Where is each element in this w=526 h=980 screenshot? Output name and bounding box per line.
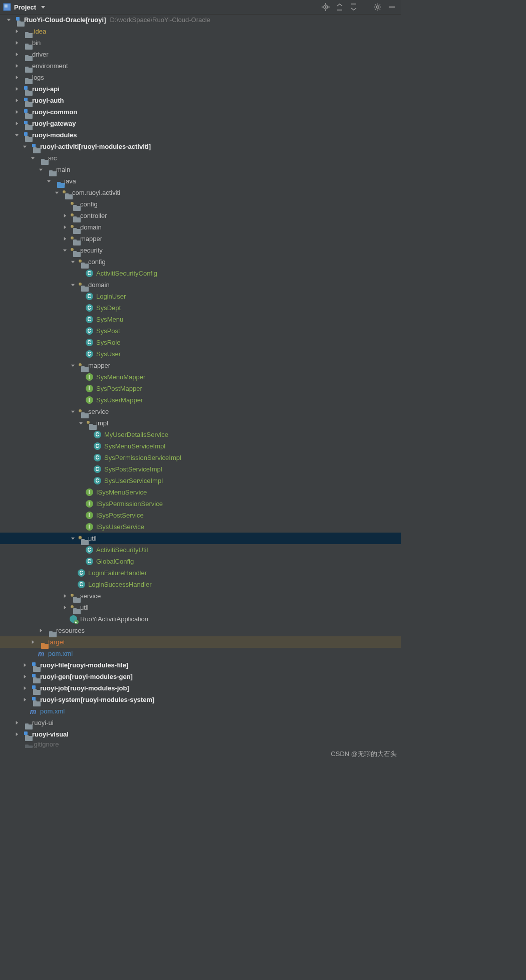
chevron-right-icon[interactable] [13,51,20,58]
tree-row[interactable]: target [0,636,401,648]
tree-row[interactable]: resources [0,625,401,636]
tree-row[interactable]: ISysMenuMapper [0,371,401,383]
chevron-right-icon[interactable] [13,40,20,47]
tree-row[interactable]: CSysDept [0,302,401,314]
tree-row[interactable]: ISysUserMapper [0,394,401,406]
tree-row[interactable]: CSysPost [0,325,401,337]
chevron-down-icon[interactable] [77,420,84,427]
chevron-right-icon[interactable] [61,235,68,242]
tree-row[interactable]: util [0,533,401,544]
chevron-down-icon[interactable] [69,362,76,369]
tree-row[interactable]: security [0,244,401,256]
tree-row[interactable]: service [0,406,401,417]
tree-row[interactable]: mpom.xml [0,648,401,659]
tree-row[interactable]: driver [0,49,401,60]
tree-row[interactable]: ruoyi-system [ruoyi-modules-system] [0,694,401,705]
tree-row[interactable]: .gitignore [0,740,401,748]
chevron-down-icon[interactable] [5,17,12,24]
tree-row[interactable]: CMyUserDetailsService [0,429,401,440]
tree-row[interactable]: environment [0,60,401,72]
tree-row[interactable]: ruoyi-activiti [ruoyi-modules-activiti] [0,141,401,152]
tree-row[interactable]: CGlobalConfig [0,556,401,567]
tree-row[interactable]: ruoyi-auth [0,95,401,106]
chevron-right-icon[interactable] [13,120,20,127]
tree-row[interactable]: logs [0,72,401,83]
tree-row[interactable]: bin [0,37,401,49]
tree-row[interactable]: config [0,256,401,268]
tree-row[interactable]: RuoYiActivitiApplication [0,613,401,625]
tree-row[interactable]: domain [0,279,401,291]
tree-row[interactable]: ruoyi-ui [0,717,401,728]
chevron-down-icon[interactable] [53,189,60,196]
chevron-right-icon[interactable] [13,719,20,726]
tree-row[interactable]: CLoginFailureHandler [0,567,401,579]
chevron-right-icon[interactable] [13,97,20,104]
tree-row[interactable]: impl [0,417,401,429]
chevron-right-icon[interactable] [61,604,68,611]
tree-row[interactable]: service [0,590,401,602]
chevron-right-icon[interactable] [13,63,20,70]
tree-row[interactable]: ruoyi-modules [0,129,401,141]
chevron-right-icon[interactable] [21,696,28,703]
tree-row[interactable]: ruoyi-visual [0,728,401,740]
chevron-right-icon[interactable] [13,86,20,93]
tree-row[interactable]: util [0,602,401,613]
chevron-right-icon[interactable] [13,109,20,116]
chevron-right-icon[interactable] [13,28,20,35]
tree-row[interactable]: CSysMenu [0,314,401,325]
tree-row[interactable]: CActivitiSecurityUtil [0,544,401,556]
tree-row[interactable]: CSysPermissionServiceImpl [0,452,401,463]
gear-icon[interactable] [374,3,382,11]
tree-row[interactable]: IISysMenuService [0,486,401,498]
tree-row[interactable]: CSysUser [0,348,401,360]
tree-row[interactable]: CSysUserServiceImpl [0,475,401,486]
tree-row[interactable]: config [0,198,401,210]
collapse-all-icon[interactable] [350,3,358,11]
chevron-right-icon[interactable] [61,593,68,600]
tree-row[interactable]: CLoginSuccessHandler [0,579,401,590]
chevron-down-icon[interactable] [61,247,68,254]
tree-row[interactable]: domain [0,221,401,233]
tree-row[interactable]: IISysPostService [0,510,401,521]
tree-row[interactable]: ruoyi-gateway [0,118,401,129]
hide-icon[interactable] [388,3,396,11]
tree-row[interactable]: controller [0,210,401,221]
tree-row[interactable]: com.ruoyi.activiti [0,187,401,198]
tree-row[interactable]: ruoyi-gen [ruoyi-modules-gen] [0,671,401,682]
chevron-right-icon[interactable] [21,662,28,669]
tree-row[interactable]: CActivitiSecurityConfig [0,268,401,279]
tree-row[interactable]: main [0,164,401,175]
chevron-right-icon[interactable] [37,627,44,634]
chevron-right-icon[interactable] [29,639,36,646]
tree-row[interactable]: IISysPermissionService [0,498,401,510]
chevron-right-icon[interactable] [13,731,20,738]
chevron-down-icon[interactable] [21,143,28,150]
project-tree[interactable]: RuoYi-Cloud-Oracle [ruoyi]D:\workSpace\R… [0,14,401,761]
chevron-right-icon[interactable] [13,74,20,81]
tree-row[interactable]: ruoyi-api [0,83,401,95]
chevron-down-icon[interactable] [37,166,44,173]
chevron-down-icon[interactable] [45,178,52,185]
tree-row[interactable]: ruoyi-job [ruoyi-modules-job] [0,682,401,694]
locate-icon[interactable] [322,3,330,11]
tree-row[interactable]: src [0,152,401,164]
chevron-down-icon[interactable] [13,132,20,139]
chevron-down-icon[interactable] [69,282,76,289]
tree-row[interactable]: mapper [0,233,401,244]
chevron-down-icon[interactable] [69,408,76,415]
tree-row[interactable]: ISysPostMapper [0,383,401,394]
tree-row[interactable]: CSysRole [0,337,401,348]
chevron-down-icon[interactable] [69,259,76,266]
tree-row[interactable]: ruoyi-file [ruoyi-modules-file] [0,659,401,671]
expand-all-icon[interactable] [336,3,344,11]
chevron-right-icon[interactable] [21,685,28,692]
tree-row[interactable]: mapper [0,360,401,371]
tree-row[interactable]: .idea [0,26,401,37]
project-selector[interactable]: Project [3,3,45,11]
tree-row[interactable]: RuoYi-Cloud-Oracle [ruoyi]D:\workSpace\R… [0,14,401,26]
tree-row[interactable]: IISysUserService [0,521,401,533]
chevron-down-icon[interactable] [29,155,36,162]
chevron-right-icon[interactable] [61,212,68,219]
tree-row[interactable]: mpom.xml [0,705,401,717]
tree-row[interactable]: java [0,175,401,187]
